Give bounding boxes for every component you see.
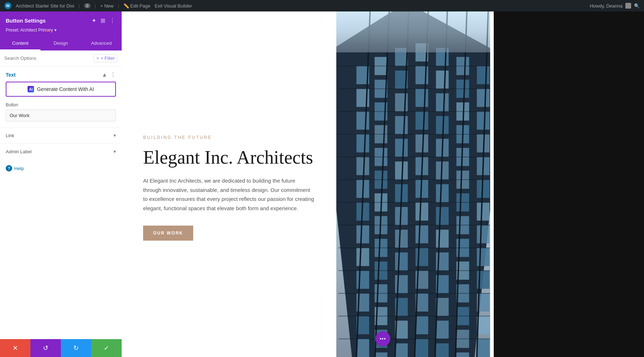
panel-title: Button Settings	[6, 18, 46, 24]
svg-rect-46	[415, 111, 428, 130]
wp-logo[interactable]: W	[4, 2, 11, 9]
admin-bar-left: W Architect Starter Site for Divi | 0 | …	[4, 2, 584, 9]
svg-rect-37	[395, 230, 408, 248]
ai-button-label: Generate Content With AI	[37, 86, 94, 92]
edit-page-link[interactable]: ✏️ Edit Page	[123, 3, 150, 9]
svg-rect-55	[415, 316, 428, 334]
help-label: Help	[14, 166, 24, 171]
button-text-input[interactable]	[6, 110, 116, 121]
text-section-title: Text	[6, 72, 16, 78]
exit-visual-builder-link[interactable]: Exit Visual Builder	[155, 3, 192, 9]
svg-rect-52	[415, 248, 428, 266]
edit-icon: ✏️	[123, 3, 129, 9]
canvas-area: BUILDING THE FUTURE Elegant Inc. Archite…	[122, 11, 644, 357]
panel-header: Button Settings ✦ ⊞ ⋮ Preset: Architect …	[0, 11, 122, 37]
svg-rect-6	[356, 157, 369, 175]
filter-button[interactable]: + + Filter	[94, 54, 117, 62]
ai-generate-button[interactable]: AI Generate Content With AI	[6, 82, 116, 97]
admin-label-title: Admin Label	[6, 149, 31, 154]
hero-image	[336, 11, 490, 357]
tab-advanced[interactable]: Advanced	[81, 37, 122, 50]
svg-rect-69	[436, 320, 449, 339]
svg-rect-87	[477, 111, 490, 130]
howdy-label: Howdy, Deanna	[590, 3, 623, 9]
close-button[interactable]: ✕	[0, 339, 30, 357]
site-name: Architect Starter Site for Divi	[16, 3, 74, 9]
svg-rect-33	[395, 139, 408, 157]
more-icon[interactable]: ⋮	[109, 16, 116, 25]
svg-rect-50	[415, 202, 428, 221]
new-button[interactable]: + New	[100, 3, 113, 9]
svg-rect-32	[395, 116, 408, 134]
page-preview: BUILDING THE FUTURE Elegant Inc. Archite…	[122, 11, 644, 357]
filter-label: + Filter	[101, 56, 115, 61]
magic-icon[interactable]: ✦	[91, 16, 97, 25]
filter-plus-icon: +	[96, 56, 99, 61]
close-icon: ✕	[13, 344, 18, 352]
text-section-dots[interactable]: ⋮	[110, 71, 116, 78]
hero-section: BUILDING THE FUTURE Elegant Inc. Archite…	[122, 11, 494, 357]
admin-label-chevron-icon: ▾	[113, 149, 116, 154]
fab-button[interactable]: •••	[375, 331, 390, 346]
svg-rect-4	[356, 111, 369, 130]
panel-title-row: Button Settings ✦ ⊞ ⋮	[6, 16, 116, 25]
hero-title: Elegant Inc. Architects	[143, 147, 315, 168]
undo-icon: ↺	[43, 344, 48, 352]
save-button[interactable]: ✓	[91, 339, 122, 357]
section-controls: ▲ ⋮	[102, 71, 116, 78]
svg-rect-58	[436, 71, 449, 89]
hero-description: At Elegant Inc Architects, we are dedica…	[143, 176, 315, 213]
hero-cta-button[interactable]: OUR WORK	[143, 226, 193, 241]
svg-rect-5	[356, 134, 369, 153]
link-section[interactable]: Link ▾	[0, 127, 122, 143]
white-canvas: BUILDING THE FUTURE Elegant Inc. Archite…	[122, 11, 494, 357]
edit-label: Edit Page	[130, 3, 150, 9]
svg-rect-91	[477, 202, 490, 221]
panel-tabs: Content Design Advanced	[0, 37, 122, 50]
svg-rect-34	[395, 161, 408, 180]
red-arrow-annotation: ←	[43, 25, 53, 37]
ai-icon: AI	[28, 86, 34, 92]
svg-rect-59	[436, 93, 449, 112]
search-input[interactable]	[4, 56, 91, 61]
main-layout: Button Settings ✦ ⊞ ⋮ Preset: Architect …	[0, 11, 644, 357]
redo-button[interactable]: ↻	[61, 339, 91, 357]
layout-icon[interactable]: ⊞	[100, 16, 106, 25]
tab-design[interactable]: Design	[40, 37, 81, 50]
svg-rect-39	[395, 275, 408, 293]
search-icon[interactable]: 🔍	[634, 3, 640, 9]
text-section-chevron[interactable]: ▲	[102, 72, 107, 78]
dark-right	[494, 11, 644, 357]
user-avatar[interactable]	[625, 3, 631, 9]
hero-subtitle: BUILDING THE FUTURE	[143, 135, 315, 140]
button-field-label: Button	[6, 102, 116, 107]
help-icon: ?	[6, 165, 12, 172]
svg-rect-118	[336, 11, 490, 52]
link-section-title: Link	[6, 133, 14, 138]
button-field-group: Button	[0, 102, 122, 127]
svg-rect-60	[436, 116, 449, 134]
svg-rect-14	[356, 339, 369, 357]
fab-dots-icon: •••	[380, 336, 386, 342]
preset-chevron: ▾	[54, 28, 57, 33]
svg-rect-84	[457, 352, 469, 357]
text-section-header: Text ▲ ⋮	[0, 66, 122, 82]
svg-rect-9	[356, 225, 369, 243]
redo-icon: ↻	[73, 344, 79, 352]
svg-rect-56	[415, 339, 428, 357]
panel-preset[interactable]: Preset: Architect Primary ▾	[6, 28, 116, 33]
undo-button[interactable]: ↺	[30, 339, 61, 357]
svg-rect-86	[477, 89, 490, 107]
tab-content[interactable]: Content	[0, 37, 40, 50]
help-section[interactable]: ? Help	[0, 159, 122, 177]
save-icon: ✓	[104, 344, 109, 352]
search-bar: + + Filter	[0, 50, 122, 66]
svg-rect-85	[477, 66, 490, 84]
svg-rect-10	[356, 248, 369, 266]
admin-label-section[interactable]: Admin Label ▾	[0, 143, 122, 159]
svg-rect-65	[436, 230, 449, 248]
panel-bottom: ✕ ↺ ↻ ✓	[0, 339, 122, 357]
svg-rect-68	[436, 298, 449, 316]
svg-rect-63	[436, 184, 449, 203]
comments-count[interactable]: 0	[84, 3, 91, 8]
